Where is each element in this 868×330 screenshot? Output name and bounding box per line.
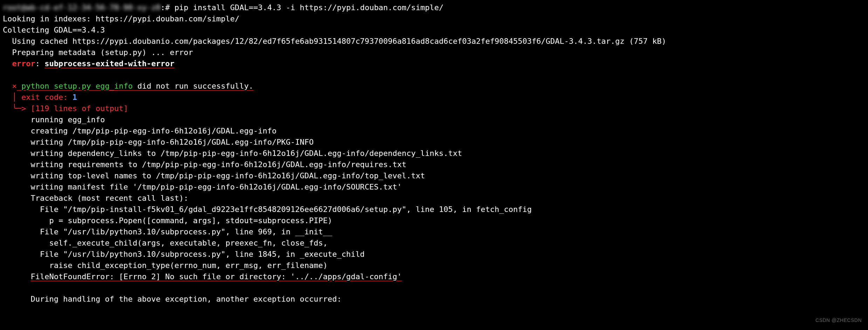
setup-fail-line: × python setup.py egg_info did not run s… xyxy=(3,82,253,90)
output-line: creating /tmp/pip-pip-egg-info-6h12o16j/… xyxy=(3,126,276,135)
output-line: Preparing metadata (setup.py) ... error xyxy=(3,48,193,57)
setup-cmd: python setup.py egg_info xyxy=(17,82,133,90)
output-line: File "/usr/lib/python3.10/subprocess.py"… xyxy=(3,250,365,259)
error-name: subprocess-exited-with-error xyxy=(44,59,174,68)
error-colon: : xyxy=(35,59,45,68)
tree-bar-icon: │ exit code: xyxy=(3,93,73,102)
typed-command: pip install GDAL==3.4.3 -i https://pypi.… xyxy=(170,3,443,12)
output-line: raise child_exception_type(errno_num, er… xyxy=(3,261,328,270)
fnf-line: FileNotFoundError: [Errno 2] No such fil… xyxy=(3,272,402,281)
output-line: During handling of the above exception, … xyxy=(3,295,342,303)
watermark: CSDN @ZHECSDN xyxy=(815,315,862,326)
setup-rest: did not run successfully. xyxy=(133,82,253,90)
output-line: Using cached https://pypi.doubanio.com/p… xyxy=(3,37,666,46)
terminal-output[interactable]: root@ab-cd-ef-12-34-56-78-90-xy-z0:# pip… xyxy=(0,0,868,307)
exit-code-line: │ exit code: 1 xyxy=(3,93,77,102)
arrow-rest: [119 lines of output] xyxy=(26,104,128,113)
error-line: error: subprocess-exited-with-error xyxy=(3,59,174,68)
output-line: Looking in indexes: https://pypi.douban.… xyxy=(3,14,240,23)
output-line: p = subprocess.Popen([command, args], st… xyxy=(3,216,332,225)
fnf-error: FileNotFoundError: [Errno 2] No such fil… xyxy=(30,272,402,281)
output-line: Traceback (most recent call last): xyxy=(3,194,188,202)
output-line: writing dependency_links to /tmp/pip-pip… xyxy=(3,149,462,158)
output-line: File "/tmp/pip-install-f5kv01_6/gdal_d92… xyxy=(3,205,532,214)
prompt-suffix: :# xyxy=(160,3,170,12)
output-line: writing top-level names to /tmp/pip-pip-… xyxy=(3,171,425,180)
fnf-indent xyxy=(3,272,30,281)
output-line: writing requirements to /tmp/pip-pip-egg… xyxy=(3,160,406,169)
output-line: Collecting GDAL==3.4.3 xyxy=(3,26,105,34)
prompt-host-blurred: root@ab-cd-ef-12-34-56-78-90-xy-z0 xyxy=(3,2,160,13)
error-label: error xyxy=(3,59,35,68)
output-line: writing /tmp/pip-pip-egg-info-6h12o16j/G… xyxy=(3,138,314,146)
output-line: writing manifest file '/tmp/pip-pip-egg-… xyxy=(3,183,402,191)
output-line: self._execute_child(args, executable, pr… xyxy=(3,239,328,247)
prompt-line: root@ab-cd-ef-12-34-56-78-90-xy-z0:# pip… xyxy=(3,3,443,12)
output-line: File "/usr/lib/python3.10/subprocess.py"… xyxy=(3,227,332,236)
output-line: running egg_info xyxy=(3,115,105,124)
tree-arrow-icon: ╰─> xyxy=(3,104,26,113)
arrow-line: ╰─> [119 lines of output] xyxy=(3,104,128,113)
exit-code-value: 1 xyxy=(73,93,77,102)
cross-icon: × xyxy=(3,82,17,90)
